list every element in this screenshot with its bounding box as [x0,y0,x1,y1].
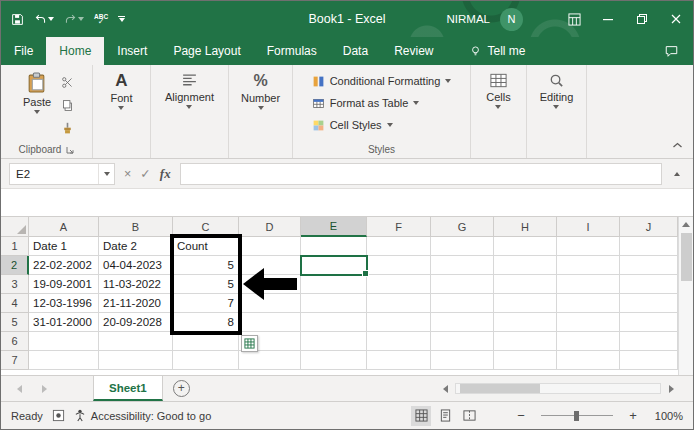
cell-G1[interactable] [431,237,494,256]
collapse-ribbon-button[interactable] [672,135,683,153]
row-header-2[interactable]: 2 [1,256,29,275]
column-header-G[interactable]: G [431,217,494,237]
paste-dropdown-icon[interactable] [34,110,40,114]
format-as-table-button[interactable]: Format as Table [307,93,457,113]
cell-I4[interactable] [557,294,620,313]
cell-E5[interactable] [301,313,367,332]
cell-C7[interactable] [173,351,239,370]
cell-G6[interactable] [431,332,494,351]
cell-J2[interactable] [620,256,678,275]
cell-F1[interactable] [367,237,431,256]
cell-G4[interactable] [431,294,494,313]
row-header-4[interactable]: 4 [1,294,29,313]
scroll-left-button[interactable] [437,381,453,397]
cell-E4[interactable] [301,294,367,313]
cell-A3[interactable]: 19-09-2001 [29,275,99,294]
redo-dropdown-icon[interactable] [78,17,84,21]
column-header-D[interactable]: D [239,217,301,237]
cell-A4[interactable]: 12-03-1996 [29,294,99,313]
customize-qat-button[interactable] [118,16,125,22]
cell-I1[interactable] [557,237,620,256]
page-layout-view-button[interactable] [435,406,455,426]
cell-I2[interactable] [557,256,620,275]
spelling-button[interactable]: ABC✓ [94,14,108,24]
cell-D3[interactable] [239,275,301,294]
cell-G7[interactable] [431,351,494,370]
macro-record-button[interactable] [52,409,65,422]
cell-A1[interactable]: Date 1 [29,237,99,256]
cell-C1[interactable]: Count [173,237,239,256]
cell-H3[interactable] [494,275,557,294]
cell-B3[interactable]: 11-03-2022 [99,275,173,294]
cell-I5[interactable] [557,313,620,332]
row-header-6[interactable]: 6 [1,332,29,351]
zoom-in-button[interactable]: + [626,408,640,423]
column-header-I[interactable]: I [557,217,620,237]
name-box-dropdown[interactable] [98,164,114,184]
undo-button[interactable] [34,13,54,26]
cell-I6[interactable] [557,332,620,351]
column-header-C[interactable]: C [173,217,239,237]
cell-D4[interactable] [239,294,301,313]
cell-H5[interactable] [494,313,557,332]
scroll-right-button[interactable] [663,381,679,397]
cell-A5[interactable]: 31-01-2000 [29,313,99,332]
row-header-1[interactable]: 1 [1,237,29,256]
cell-H7[interactable] [494,351,557,370]
cell-styles-button[interactable]: Cell Styles [307,115,457,135]
horizontal-scrollbar[interactable] [437,376,693,401]
column-header-A[interactable]: A [29,217,99,237]
copy-button[interactable] [61,98,74,116]
sheet-nav-right-icon[interactable] [42,385,47,393]
row-header-7[interactable]: 7 [1,351,29,370]
cell-J1[interactable] [620,237,678,256]
tab-page-layout[interactable]: Page Layout [160,37,253,65]
sheet-nav-left-icon[interactable] [17,385,22,393]
tab-data[interactable]: Data [330,37,381,65]
cell-B7[interactable] [99,351,173,370]
cell-G3[interactable] [431,275,494,294]
vertical-scrollbar[interactable] [678,217,693,375]
cell-D5[interactable] [239,313,301,332]
minimize-button[interactable] [591,1,625,37]
row-header-3[interactable]: 3 [1,275,29,294]
cell-B1[interactable]: Date 2 [99,237,173,256]
redo-button[interactable] [64,13,84,26]
tab-review[interactable]: Review [381,37,446,65]
cancel-button[interactable]: × [124,167,131,181]
name-box[interactable]: E2 [9,163,115,185]
editing-dropdown-icon[interactable] [553,105,559,109]
accessibility-checker-button[interactable]: Accessibility: Good to go [74,409,211,422]
formula-bar-expand-button[interactable] [669,172,685,176]
horizontal-scroll-track[interactable] [455,383,661,394]
cell-F4[interactable] [367,294,431,313]
cell-D7[interactable] [239,351,301,370]
cell-I3[interactable] [557,275,620,294]
column-header-J[interactable]: J [620,217,678,237]
save-button[interactable] [11,13,24,26]
cell-D1[interactable] [239,237,301,256]
cell-J7[interactable] [620,351,678,370]
column-header-F[interactable]: F [367,217,431,237]
format-painter-button[interactable] [61,121,74,139]
cell-J6[interactable] [620,332,678,351]
cell-C6[interactable] [173,332,239,351]
vertical-scroll-thumb[interactable] [681,233,692,281]
select-all-button[interactable] [1,217,29,237]
cell-B2[interactable]: 04-04-2023 [99,256,173,275]
cell-F5[interactable] [367,313,431,332]
scroll-up-button[interactable] [679,217,693,231]
tab-insert[interactable]: Insert [104,37,160,65]
zoom-slider-thumb[interactable] [574,411,579,421]
cell-C4[interactable]: 7 [173,294,239,313]
cell-A6[interactable] [29,332,99,351]
cell-G2[interactable] [431,256,494,275]
cell-F6[interactable] [367,332,431,351]
cell-E1[interactable] [301,237,367,256]
cell-E3[interactable] [301,275,367,294]
formula-input[interactable] [180,163,662,185]
cell-H2[interactable] [494,256,557,275]
zoom-slider[interactable] [541,409,613,423]
cell-J3[interactable] [620,275,678,294]
column-header-H[interactable]: H [494,217,557,237]
